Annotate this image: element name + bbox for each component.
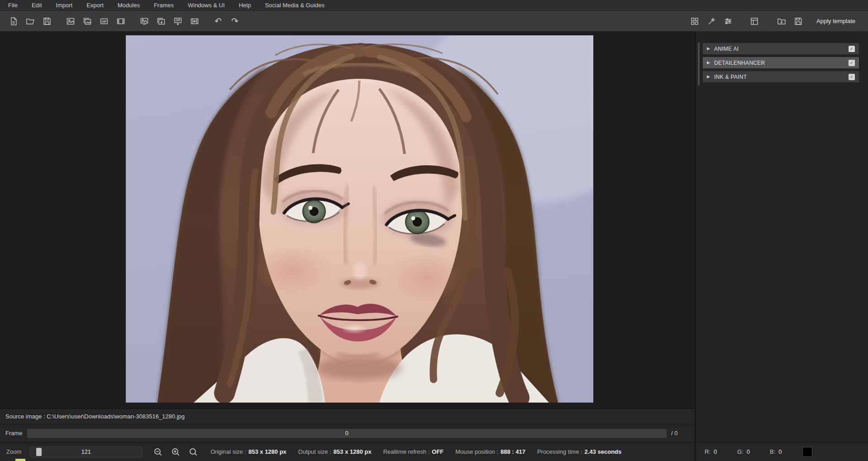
new-file-button[interactable]: [6, 14, 21, 29]
import-gif-button[interactable]: GIF: [97, 14, 111, 29]
frame-bar: Frame 0 / 0: [0, 424, 695, 442]
export-gif-icon: GIF: [173, 17, 182, 26]
settings-list-button[interactable]: [721, 14, 735, 29]
file-tool-group: [6, 14, 54, 29]
zoom-in-icon: [171, 447, 181, 457]
menu-social-media-guides[interactable]: Social Media & Guides: [265, 2, 324, 9]
realtime-refresh: Realtime refresh :OFF: [383, 448, 444, 455]
save-button[interactable]: [40, 14, 54, 29]
source-image-path: Source image : C:\Users\user\Downloads\w…: [5, 413, 185, 420]
open-folder-icon: [26, 17, 35, 26]
canvas-area[interactable]: [0, 31, 695, 408]
zoom-out-icon: [153, 447, 163, 457]
panel-section-detailenhancer[interactable]: ▶ DETAILENHANCER ✓: [703, 57, 859, 68]
rgb-b-label: B:: [770, 448, 775, 455]
zoom-slider-handle[interactable]: [36, 448, 42, 456]
open-file-button[interactable]: [23, 14, 38, 29]
mouse-position: Mouse position :888 : 417: [455, 448, 525, 455]
frame-slider[interactable]: 0: [27, 429, 667, 438]
expander-icon[interactable]: ▶: [707, 61, 710, 65]
import-template-icon: [777, 17, 786, 26]
menu-edit[interactable]: Edit: [32, 2, 42, 9]
frame-total: / 0: [671, 430, 689, 437]
wand-button[interactable]: [704, 14, 719, 29]
zoom-reset-button[interactable]: [188, 447, 199, 457]
export-video-button[interactable]: [187, 14, 202, 29]
rgb-r: R: 0: [705, 448, 737, 455]
mouse-position-label: Mouse position :: [455, 448, 498, 455]
panel-section-anime-ai[interactable]: ▶ ANIME AI ✓: [703, 43, 859, 54]
menu-import[interactable]: Import: [56, 2, 72, 9]
apply-template-button[interactable]: Apply template: [810, 14, 862, 28]
import-template-button[interactable]: [774, 14, 789, 29]
video-icon: [116, 17, 125, 26]
checkbox[interactable]: ✓: [849, 46, 855, 52]
canvas-image[interactable]: [126, 35, 593, 403]
save-template-button[interactable]: [791, 14, 806, 29]
export-image-button[interactable]: [137, 14, 152, 29]
panel-section-ink-paint[interactable]: ▶ INK & PAINT ✓: [703, 71, 859, 82]
frame-value: 0: [345, 430, 348, 437]
undo-button[interactable]: ↶: [211, 14, 225, 29]
app-window: File Edit Import Export Modules Frames W…: [0, 0, 868, 461]
zoom-out-button[interactable]: [153, 447, 163, 457]
zoom-in-button[interactable]: [170, 447, 181, 457]
original-size-value: 853 x 1280 px: [248, 448, 286, 455]
menu-export[interactable]: Export: [86, 2, 104, 9]
template-tool-group-2: [747, 14, 762, 29]
side-panel: ▶ ANIME AI ✓ ▶ DETAILENHANCER ✓ ▶ INK & …: [696, 31, 868, 461]
menu-file[interactable]: File: [8, 2, 18, 9]
image-frames-icon: [83, 17, 92, 26]
history-tool-group: ↶ ↷: [211, 14, 242, 29]
export-frames-icon: [157, 17, 166, 26]
checkbox[interactable]: ✓: [849, 60, 855, 66]
rgb-g-value: 0: [747, 448, 750, 455]
undo-icon: ↶: [215, 17, 222, 25]
modules-button[interactable]: [687, 14, 702, 29]
template-box-icon: [750, 17, 759, 26]
output-size: Output size :853 x 1280 px: [298, 448, 372, 455]
template-tool-group-3: [774, 14, 806, 29]
realtime-refresh-label: Realtime refresh :: [383, 448, 430, 455]
import-image-button[interactable]: [63, 14, 78, 29]
export-video-icon: [190, 17, 199, 26]
import-frames-button[interactable]: [80, 14, 95, 29]
panel-section-label: DETAILENHANCER: [714, 60, 844, 66]
export-frames-button[interactable]: [154, 14, 168, 29]
menu-bar: File Edit Import Export Modules Frames W…: [0, 0, 868, 10]
realtime-refresh-value: OFF: [432, 448, 444, 455]
redo-button[interactable]: ↷: [228, 14, 242, 29]
panel-scrollbar[interactable]: [698, 42, 700, 86]
menu-frames[interactable]: Frames: [154, 2, 174, 9]
panel-section-label: ANIME AI: [714, 46, 844, 52]
rgb-r-value: 0: [714, 448, 717, 455]
menu-windows-ui[interactable]: Windows & UI: [188, 2, 225, 9]
mouse-position-value: 888 : 417: [501, 448, 525, 455]
redo-icon: ↷: [231, 17, 238, 25]
panel-empty-space: [696, 82, 868, 442]
rgb-g: G: 0: [737, 448, 770, 455]
status-bar: Zoom 121: [0, 442, 695, 461]
output-size-value: 853 x 1280 px: [334, 448, 372, 455]
toolbar: GIF: [0, 10, 868, 31]
gif-icon: GIF: [100, 17, 109, 26]
frame-label: Frame: [5, 430, 23, 437]
import-video-button[interactable]: [114, 14, 128, 29]
menu-help[interactable]: Help: [239, 2, 251, 9]
rgb-g-label: G:: [737, 448, 744, 455]
expander-icon[interactable]: ▶: [707, 47, 710, 51]
export-gif-button[interactable]: GIF: [171, 14, 185, 29]
zoom-slider[interactable]: 121: [29, 447, 143, 457]
template-tool-group-1: [687, 14, 735, 29]
zoom-buttons: [153, 447, 199, 457]
rgb-bar: R: 0 G: 0 B: 0: [696, 442, 868, 461]
sliders-icon: [724, 17, 733, 26]
panel-section-label: INK & PAINT: [714, 74, 844, 80]
modules-icon: [690, 17, 699, 26]
menu-modules[interactable]: Modules: [118, 2, 140, 9]
checkbox[interactable]: ✓: [849, 74, 855, 80]
template-box-button[interactable]: [747, 14, 762, 29]
portrait-image: [126, 35, 593, 403]
expander-icon[interactable]: ▶: [707, 75, 710, 79]
svg-text:GIF: GIF: [176, 19, 181, 22]
